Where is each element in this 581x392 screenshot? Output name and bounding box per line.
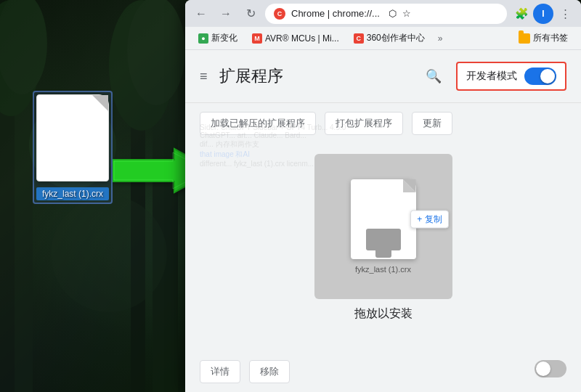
desktop-file[interactable]: fykz_last (1).crx	[36, 94, 109, 200]
extensions-title: 扩展程序	[219, 65, 411, 87]
developer-mode-label: 开发者模式	[466, 70, 517, 83]
bookmark-label-1: AVR® MCUs | Mi...	[265, 33, 339, 44]
svg-rect-2	[15, 87, 33, 392]
bookmark-favicon-2: C	[354, 33, 364, 44]
forward-button[interactable]: →	[216, 4, 236, 24]
drop-zone-filename: fykz_last (1).crx	[349, 265, 417, 274]
action-buttons-row: 加载已解压的扩展程序 打包扩展程序 更新	[185, 103, 581, 139]
bookmark-item-360[interactable]: C 360创作者中心	[348, 29, 431, 47]
drop-zone-container: + 复制 fykz_last (1).crx	[185, 154, 581, 299]
bookmark-label-2: 360创作者中心	[367, 32, 425, 44]
back-button[interactable]: ←	[191, 4, 211, 24]
folder-icon	[519, 33, 530, 44]
extension-toggle-disabled[interactable]	[535, 360, 566, 377]
browser-window: ← → ↻ C Chrome | chrome://... ⬡ ☆ 🧩 I ⋮ …	[185, 0, 581, 392]
developer-mode-box: 开发者模式	[456, 62, 566, 91]
bookmark-icon: ☆	[402, 8, 411, 19]
extensions-header: ≡ 扩展程序 🔍 开发者模式	[185, 50, 581, 103]
svg-point-10	[51, 196, 167, 312]
copy-badge: + 复制	[410, 211, 448, 229]
bookmark-label-0: 新变化	[211, 32, 237, 44]
plugin-connector	[375, 249, 391, 258]
hamburger-icon[interactable]: ≡	[200, 69, 208, 84]
profile-icon[interactable]: I	[533, 4, 553, 24]
drop-label: 拖放以安装	[185, 306, 581, 322]
all-bookmarks-button[interactable]: 所有书签	[513, 29, 574, 47]
update-button[interactable]: 更新	[412, 112, 452, 135]
load-unpacked-button[interactable]: 加载已解压的扩展程序	[200, 112, 316, 135]
pack-extension-button[interactable]: 打包扩展程序	[325, 112, 403, 135]
toggle-knob	[540, 69, 555, 83]
bookmark-favicon-0: ●	[198, 33, 208, 44]
reload-button[interactable]: ↻	[240, 4, 261, 24]
copy-label: 复制	[425, 214, 442, 224]
share-icon: ⬡	[389, 8, 397, 19]
bookmark-item-xinbianhua[interactable]: ● 新变化	[192, 29, 243, 47]
bottom-action-bar: 详情 移除	[185, 351, 581, 392]
svg-point-8	[127, 0, 185, 105]
search-icon[interactable]: 🔍	[423, 65, 444, 87]
drop-zone[interactable]: + 复制 fykz_last (1).crx	[314, 154, 452, 299]
site-favicon: C	[274, 8, 285, 20]
address-text: Chrome | chrome://...	[291, 8, 380, 19]
menu-button[interactable]: ⋮	[555, 4, 575, 24]
page-content: ≡ 扩展程序 🔍 开发者模式 加载已解压的扩展程序 打包扩展程序 更新 Side…	[185, 50, 581, 392]
more-bookmarks-button[interactable]: »	[434, 30, 447, 46]
copy-icon: +	[417, 214, 422, 224]
details-button[interactable]: 详情	[200, 360, 240, 383]
title-bar: ← → ↻ C Chrome | chrome://... ⬡ ☆ 🧩 I ⋮	[185, 0, 581, 27]
plugin-body	[366, 229, 401, 250]
bookmarks-bar: ● 新变化 M AVR® MCUs | Mi... C 360创作者中心 » 所…	[185, 27, 581, 50]
extensions-icon[interactable]: 🧩	[511, 4, 532, 24]
bookmark-item-avr[interactable]: M AVR® MCUs | Mi...	[246, 30, 345, 46]
bookmark-favicon-1: M	[252, 33, 262, 44]
extension-toggle-knob	[536, 362, 550, 376]
developer-mode-toggle[interactable]	[524, 68, 556, 85]
delete-button[interactable]: 移除	[249, 360, 290, 383]
address-bar[interactable]: C Chrome | chrome://... ⬡ ☆	[265, 4, 507, 24]
drop-zone-file-icon: + 复制	[351, 179, 416, 259]
desktop-file-icon	[36, 94, 109, 181]
all-bookmarks-label: 所有书签	[533, 32, 568, 44]
bookmarks-right: 所有书签	[513, 29, 574, 47]
toolbar-icons: 🧩 I ⋮	[511, 4, 575, 24]
